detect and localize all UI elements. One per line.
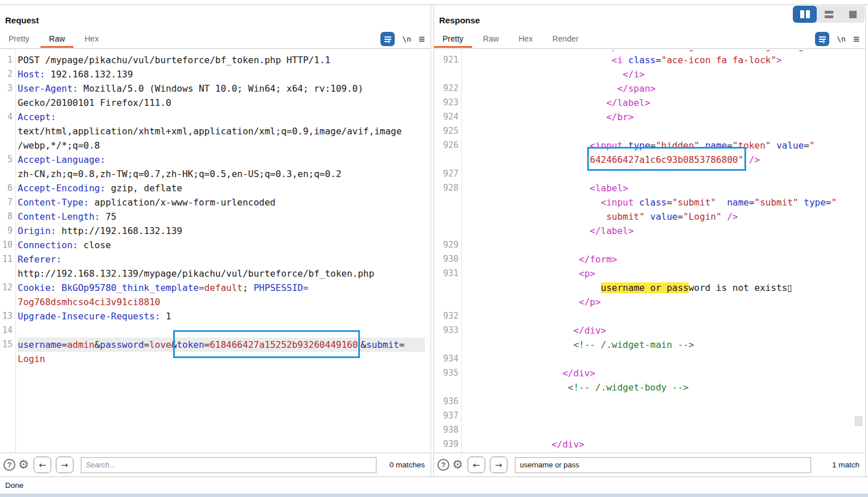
response-search-input[interactable]	[515, 457, 811, 473]
code-line: 12Cookie: BkGOp95780_think_template=defa…	[0, 281, 431, 295]
help-icon[interactable]: ?	[437, 459, 449, 471]
response-editor[interactable]: <span class="widget-header widget-login"…	[434, 49, 865, 453]
status-bar: Done	[0, 477, 868, 494]
columns-icon	[800, 10, 804, 18]
code-line: 932	[434, 309, 865, 323]
code-line: 4Accept:	[0, 110, 431, 124]
code-line: 7Content-Type: application/x-www-form-ur…	[0, 195, 431, 210]
single-pane-icon	[849, 11, 857, 18]
code-line: 924 </br>	[434, 110, 865, 124]
response-search-bar: ? ⚙ ← → 1 match	[434, 453, 865, 477]
search-next-button[interactable]: →	[56, 457, 73, 473]
code-line: </label>	[434, 224, 865, 238]
layout-columns-button[interactable]	[793, 6, 817, 23]
code-line: text/html,application/xhtml+xml,applicat…	[0, 124, 431, 138]
code-line: 923 </label>	[434, 96, 865, 110]
response-tab-bar: Pretty Raw Hex Render \n ≡	[434, 31, 865, 49]
code-line: 6Accept-Encoding: gzip, deflate	[0, 181, 431, 195]
request-token-highlight-box	[173, 330, 360, 358]
show-newlines-toggle[interactable]: \n	[402, 35, 411, 43]
request-tab-raw[interactable]: Raw	[40, 31, 73, 48]
search-next-button[interactable]: →	[490, 457, 507, 473]
code-line: 934	[434, 352, 865, 366]
request-editor[interactable]: 1POST /mypage/pikachu/vul/burteforce/bf_…	[0, 49, 431, 453]
settings-gear-icon[interactable]: ⚙	[18, 459, 29, 471]
code-line: http://192.168.132.139/mypage/pikachu/vu…	[0, 266, 431, 281]
code-line: 11Referer:	[0, 252, 431, 266]
layout-toggle-group	[793, 6, 865, 23]
response-tab-hex[interactable]: Hex	[510, 31, 542, 48]
code-line: 928 <label>	[434, 181, 865, 195]
code-line: 930 </form>	[434, 252, 865, 266]
response-match-count: 1 match	[820, 461, 859, 469]
message-editor-split: Request Pretty Raw Hex \n ≡ 1POST /mypag…	[0, 5, 868, 477]
gutter-divider	[15, 49, 16, 453]
code-line: /webp,*/*;q=0.8	[0, 138, 431, 153]
code-line: 1POST /mypage/pikachu/vul/burteforce/bf_…	[0, 53, 431, 67]
response-tab-raw[interactable]: Raw	[474, 31, 507, 48]
response-panel: Response Pretty Raw Hex Render \n ≡	[433, 5, 866, 477]
status-text: Done	[5, 481, 23, 490]
wrap-lines-icon[interactable]	[380, 32, 395, 46]
code-line: 935 </div>	[434, 366, 865, 380]
code-line: 13Upgrade-Insecure-Requests: 1	[0, 309, 431, 323]
settings-gear-icon[interactable]: ⚙	[452, 459, 463, 471]
code-line: 3User-Agent: Mozilla/5.0 (Windows NT 10.…	[0, 81, 431, 96]
gutter-divider	[461, 49, 462, 453]
menu-icon[interactable]: ≡	[853, 34, 859, 44]
code-line: 925	[434, 124, 865, 138]
code-line: </i>	[434, 67, 865, 81]
request-title: Request	[0, 5, 431, 31]
code-line: <input class="submit" name="submit" type…	[434, 195, 865, 210]
code-line: 922 </span>	[434, 81, 865, 96]
code-line: 937	[434, 409, 865, 423]
help-icon[interactable]: ?	[3, 459, 15, 471]
code-line: 5Accept-Language:	[0, 153, 431, 167]
window-top-margin	[0, 0, 868, 5]
code-line: 921 <i class="ace-icon fa fa-lock">	[434, 53, 865, 67]
layout-rows-button[interactable]	[817, 6, 841, 23]
code-line: 8Content-Length: 75	[0, 210, 431, 224]
show-newlines-toggle[interactable]: \n	[837, 35, 846, 43]
code-line: 9Origin: http://192.168.132.139	[0, 224, 431, 238]
code-line: 7og768dsmhcso4ci3v91ci8810	[0, 295, 431, 309]
request-tab-bar: Pretty Raw Hex \n ≡	[0, 31, 431, 49]
code-line: 939 </div>	[434, 437, 865, 451]
wrap-lines-icon[interactable]	[815, 32, 829, 46]
search-prev-button[interactable]: ←	[34, 457, 51, 473]
code-line: Gecko/20100101 Firefox/111.0	[0, 96, 431, 110]
layout-single-button[interactable]	[841, 6, 865, 23]
code-line: 929	[434, 238, 865, 252]
request-panel: Request Pretty Raw Hex \n ≡ 1POST /mypag…	[0, 5, 431, 477]
response-token-highlight-box	[587, 147, 746, 171]
response-tab-render[interactable]: Render	[544, 31, 587, 48]
search-prev-button[interactable]: ←	[468, 457, 485, 473]
response-tab-pretty[interactable]: Pretty	[434, 31, 472, 48]
code-line: 2Host: 192.168.132.139	[0, 67, 431, 81]
scrollbar-thumb[interactable]	[855, 416, 862, 426]
code-line: 933 </div>	[434, 323, 865, 338]
code-line: 10Connection: close	[0, 238, 431, 252]
request-match-count: 0 matches	[385, 461, 425, 469]
code-line: </p>	[434, 295, 865, 309]
request-tab-pretty[interactable]: Pretty	[0, 31, 38, 48]
code-line: <!-- /.widget-main -->	[434, 338, 865, 352]
code-line: 931 <p>	[434, 266, 865, 281]
code-line: 938	[434, 423, 865, 437]
code-line: <!-- /.widget-body -->	[434, 380, 865, 395]
code-line: submit" value="Login" />	[434, 210, 865, 224]
code-line: username or password is not exists▯	[434, 281, 865, 295]
request-search-input[interactable]	[81, 457, 376, 473]
request-tab-hex[interactable]: Hex	[76, 31, 108, 48]
window-bottom-strip	[0, 494, 868, 497]
code-line: zh-CN,zh;q=0.8,zh-TW;q=0.7,zh-HK;q=0.5,e…	[0, 167, 431, 181]
code-line: 936	[434, 395, 865, 409]
rows-icon	[825, 11, 833, 18]
menu-icon[interactable]: ≡	[419, 34, 425, 44]
request-search-bar: ? ⚙ ← → 0 matches	[0, 453, 431, 477]
